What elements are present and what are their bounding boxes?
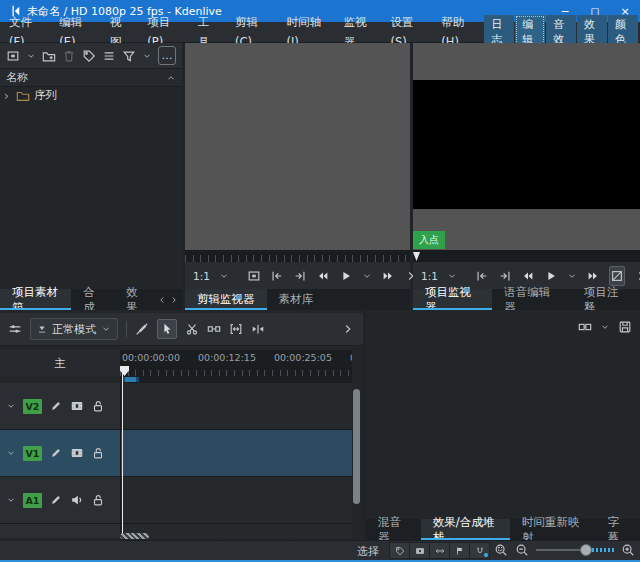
play-dropdown-icon[interactable]	[567, 271, 577, 281]
play-dropdown-icon[interactable]	[362, 271, 372, 281]
rewind-icon[interactable]	[521, 269, 535, 283]
expander-icon[interactable]: ›	[4, 89, 12, 103]
zoom-out-icon[interactable]	[515, 543, 529, 557]
fast-forward-icon[interactable]	[586, 269, 600, 283]
compare-effect-icon[interactable]	[578, 320, 592, 334]
track-header-a2[interactable]: A2	[0, 524, 120, 538]
tab-clip-monitor[interactable]: 剪辑监视器	[185, 289, 267, 310]
play-icon[interactable]	[544, 269, 558, 283]
mix-clips-icon[interactable]	[251, 322, 265, 336]
bin-column-header[interactable]: 名称	[0, 69, 182, 87]
timeline-master-button[interactable]: 主	[0, 350, 120, 376]
bin-more-button[interactable]: …	[158, 46, 176, 65]
set-out-point-icon[interactable]	[293, 269, 307, 283]
tab-effects[interactable]: 效果	[114, 289, 157, 310]
tab-subtitles[interactable]: 字幕	[595, 519, 640, 540]
filter-dropdown-icon[interactable]	[142, 51, 152, 61]
zoom-fit-icon[interactable]	[494, 543, 508, 557]
track-lane-a1[interactable]	[120, 477, 352, 523]
tab-speech-editor[interactable]: 语音编辑器	[492, 289, 571, 310]
collapse-track-icon[interactable]	[6, 448, 16, 458]
track-header-v1[interactable]: V1	[0, 430, 120, 476]
insert-zone-icon[interactable]	[247, 269, 261, 283]
track-row-a1[interactable]: A1	[0, 477, 352, 524]
edit-track-icon[interactable]	[49, 399, 63, 413]
filter-icon[interactable]	[122, 49, 136, 63]
save-effect-stack-icon[interactable]	[618, 320, 632, 334]
slider-handle[interactable]	[580, 544, 592, 556]
spacer-tool-icon[interactable]	[207, 322, 221, 336]
set-out-point-icon[interactable]	[498, 269, 512, 283]
track-header-v2[interactable]: V2	[0, 383, 120, 429]
lock-track-icon[interactable]	[91, 493, 105, 507]
snap-button[interactable]	[469, 542, 490, 559]
collapse-track-icon[interactable]	[6, 495, 16, 505]
tab-compositions[interactable]: 合成	[71, 289, 114, 310]
tabs-scroll-right-icon[interactable]	[169, 295, 179, 305]
track-target-badge[interactable]: A1	[23, 493, 42, 508]
track-config-icon[interactable]	[8, 322, 22, 336]
edit-mode-combobox[interactable]: 正常模式	[30, 318, 118, 340]
fx-dropdown-icon[interactable]	[600, 322, 610, 332]
fit-zone-button[interactable]	[449, 542, 470, 559]
timeline-zone-bar[interactable]	[122, 377, 139, 382]
track-lane-v1[interactable]	[120, 430, 352, 476]
zoom-in-icon[interactable]	[621, 543, 635, 557]
clip-monitor-zoom[interactable]: 1:1	[193, 270, 210, 282]
toolbar-overflow-icon[interactable]	[341, 322, 355, 336]
create-folder-icon[interactable]	[42, 49, 56, 63]
track-row-v1[interactable]: V1	[0, 430, 352, 477]
edit-track-icon[interactable]	[49, 493, 63, 507]
set-in-point-icon[interactable]	[270, 269, 284, 283]
track-header-a1[interactable]: A1	[0, 477, 120, 523]
project-monitor-ruler[interactable]	[413, 250, 640, 262]
set-in-point-icon[interactable]	[475, 269, 489, 283]
project-monitor-view[interactable]	[413, 43, 640, 250]
razor-tool-icon[interactable]	[185, 322, 199, 336]
zoom-dropdown-icon[interactable]	[219, 271, 229, 281]
timeline-ruler[interactable]: 00:00:00:00 00:00:12:15 00:00:25:05 00:0	[120, 350, 352, 376]
clip-monitor-view[interactable]	[185, 43, 410, 250]
zoom-dropdown-icon[interactable]	[447, 271, 457, 281]
mixed-edit-icon[interactable]	[135, 322, 149, 336]
bin-item-sequence[interactable]: › 序列	[0, 87, 182, 104]
tab-time-remap[interactable]: 时间重新映射	[510, 519, 596, 540]
collapse-track-icon[interactable]	[6, 401, 16, 411]
tab-effect-stack[interactable]: 效果/合成堆栈	[421, 519, 510, 540]
play-icon[interactable]	[339, 269, 353, 283]
bin-menu-icon[interactable]	[102, 49, 116, 63]
timeline-zoom-slider[interactable]	[536, 542, 614, 558]
lock-track-icon[interactable]	[91, 399, 105, 413]
fast-forward-icon[interactable]	[381, 269, 395, 283]
timeline-vertical-scrollbar[interactable]	[353, 386, 360, 538]
track-target-badge[interactable]: V2	[23, 399, 42, 414]
lock-track-icon[interactable]	[91, 446, 105, 460]
show-video-thumbnails-button[interactable]	[409, 542, 430, 559]
track-lane-v2[interactable]	[120, 383, 352, 429]
add-clip-icon[interactable]	[6, 49, 20, 63]
tab-library[interactable]: 素材库	[267, 289, 326, 310]
monitor-playhead[interactable]	[413, 252, 420, 261]
edit-track-icon[interactable]	[49, 446, 63, 460]
sort-ascending-icon[interactable]	[166, 73, 176, 83]
project-monitor-zoom[interactable]: 1:1	[421, 270, 438, 282]
toolbar-overflow-icon[interactable]	[634, 269, 640, 283]
clip-monitor-ruler[interactable]	[185, 250, 410, 262]
tag-icon[interactable]	[82, 49, 96, 63]
timeline-horizontal-scrollbar[interactable]	[120, 532, 352, 540]
tab-project-bin[interactable]: 项目素材箱	[0, 289, 71, 310]
timeline-playhead-line[interactable]	[122, 372, 123, 538]
selection-tool-button[interactable]	[157, 319, 177, 339]
add-clip-dropdown-icon[interactable]	[26, 51, 36, 61]
track-row-v2[interactable]: V2	[0, 383, 352, 430]
track-target-badge[interactable]: V1	[23, 446, 42, 461]
zone-mode-button[interactable]	[609, 266, 625, 286]
tab-mixer[interactable]: 混音器	[366, 519, 421, 540]
audio-track-icon[interactable]	[70, 493, 84, 507]
rewind-icon[interactable]	[316, 269, 330, 283]
show-markers-button[interactable]	[389, 542, 410, 559]
tab-project-monitor[interactable]: 项目监视器	[413, 289, 492, 310]
tabs-scroll-left-icon[interactable]	[157, 295, 167, 305]
video-track-icon[interactable]	[70, 446, 84, 460]
tab-project-notes[interactable]: 项目注释	[572, 289, 640, 310]
